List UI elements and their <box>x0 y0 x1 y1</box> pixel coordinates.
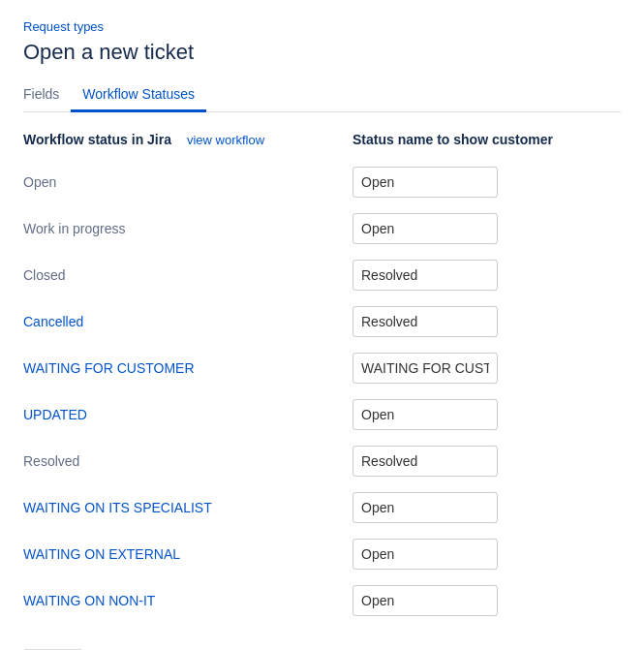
breadcrumb[interactable]: Request types <box>23 19 621 34</box>
customer-status-input[interactable] <box>353 260 498 291</box>
customer-status-input[interactable] <box>353 399 498 430</box>
table-row: WAITING ON EXTERNAL <box>23 537 621 572</box>
table-row: Closed <box>23 258 621 293</box>
customer-status-input[interactable] <box>353 213 498 244</box>
jira-status-label: Resolved <box>23 453 353 469</box>
jira-status-label[interactable]: WAITING FOR CUSTOMER <box>23 360 353 376</box>
tab-workflow-statuses[interactable]: Workflow Statuses <box>71 78 206 112</box>
jira-status-label[interactable]: WAITING ON ITS SPECIALIST <box>23 500 353 515</box>
page-title: Open a new ticket <box>23 40 621 65</box>
jira-status-label[interactable]: UPDATED <box>23 407 353 422</box>
tab-fields[interactable]: Fields <box>23 78 71 112</box>
table-row: WAITING ON ITS SPECIALIST <box>23 490 621 525</box>
table-row: WAITING FOR CUSTOMER <box>23 351 621 386</box>
table-row: Resolved <box>23 444 621 479</box>
jira-status-label: Open <box>23 174 353 190</box>
table-row: Open <box>23 165 621 200</box>
col-header-customer: Status name to show customer <box>353 132 553 147</box>
table-headers: Workflow status in Jira view workflow St… <box>23 132 621 147</box>
table-row: WAITING ON NON-IT <box>23 583 621 618</box>
customer-status-input[interactable] <box>353 585 498 616</box>
jira-status-label[interactable]: WAITING ON EXTERNAL <box>23 546 353 562</box>
table-row: Cancelled <box>23 304 621 339</box>
customer-status-input[interactable] <box>353 167 498 198</box>
jira-status-label: Work in progress <box>23 221 353 236</box>
jira-status-label[interactable]: WAITING ON NON-IT <box>23 593 353 608</box>
customer-status-input[interactable] <box>353 539 498 570</box>
customer-status-input[interactable] <box>353 306 498 337</box>
workflow-rows-container: OpenWork in progressClosedCancelledWAITI… <box>23 165 621 618</box>
table-row: UPDATED <box>23 397 621 432</box>
col-header-jira: Workflow status in Jira view workflow <box>23 132 353 147</box>
tab-bar: Fields Workflow Statuses <box>23 78 621 112</box>
customer-status-input[interactable] <box>353 492 498 523</box>
view-workflow-link[interactable]: view workflow <box>187 133 264 147</box>
jira-status-label: Closed <box>23 267 353 283</box>
customer-status-input[interactable] <box>353 446 498 477</box>
table-row: Work in progress <box>23 211 621 246</box>
jira-status-label[interactable]: Cancelled <box>23 314 353 329</box>
customer-status-input[interactable] <box>353 353 498 384</box>
